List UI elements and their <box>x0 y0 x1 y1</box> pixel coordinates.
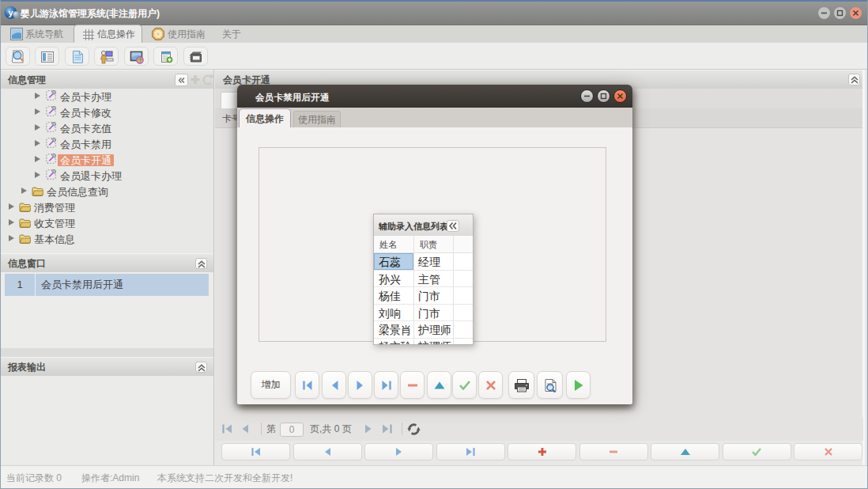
svg-text:y: y <box>8 8 13 17</box>
